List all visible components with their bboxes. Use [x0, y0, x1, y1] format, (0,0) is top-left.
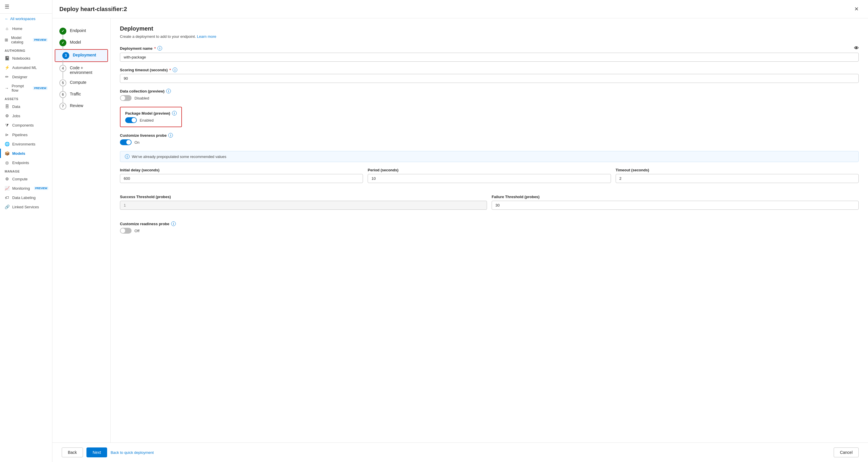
deployment-name-eye-icon[interactable]: 👁 [854, 46, 859, 51]
deploy-panel: Deploy heart-classifier:2 ✕ ✓ Endpoint ✓… [52, 0, 868, 462]
wizard-step-review[interactable]: 7 Review [52, 100, 110, 112]
sidebar-top: ☰ [0, 0, 52, 14]
back-button[interactable]: Back [62, 448, 83, 457]
step-label-model: Model [70, 39, 81, 44]
panel-footer: Back Next Back to quick deployment Cance… [52, 442, 868, 462]
form-section-title: Deployment [120, 25, 859, 32]
panel-title: Deploy heart-classifier:2 [59, 6, 127, 12]
readiness-slider [120, 228, 131, 234]
endpoints-icon: ◎ [5, 160, 9, 165]
sidebar-item-notebooks[interactable]: 📓 Notebooks [0, 54, 52, 63]
wizard-step-deployment[interactable]: 3 Deployment [55, 50, 107, 61]
form-subtitle: Create a deployment to add to your endpo… [120, 34, 859, 39]
step-circle-deployment: 3 [62, 52, 69, 59]
deployment-name-required: * [154, 46, 156, 51]
deployment-name-input[interactable] [120, 53, 859, 62]
home-icon: ⌂ [5, 26, 9, 31]
scoring-timeout-info-icon[interactable]: i [173, 67, 177, 72]
close-button[interactable]: ✕ [852, 5, 861, 13]
sidebar-item-designer[interactable]: ✏ Designer [0, 72, 52, 81]
threshold-grid: Success Threshold (probes) Failure Thres… [120, 195, 859, 216]
deployment-name-label: Deployment name * i 👁 [120, 46, 859, 51]
readiness-probe-group: Customize readiness probe i Off [120, 221, 859, 234]
sidebar-item-compute[interactable]: ⚙ Compute [0, 174, 52, 184]
initial-delay-input[interactable] [120, 174, 363, 183]
hamburger-icon[interactable]: ☰ [5, 4, 9, 10]
wizard-step-endpoint[interactable]: ✓ Endpoint [52, 25, 110, 37]
readiness-info-icon[interactable]: i [171, 221, 176, 226]
sidebar-item-data[interactable]: 🗄 Data [0, 102, 52, 111]
jobs-icon: ⚙ [5, 113, 9, 118]
scoring-timeout-input[interactable] [120, 74, 859, 83]
sidebar-item-environments[interactable]: 🌐 Environments [0, 139, 52, 148]
timeout-input[interactable] [616, 174, 859, 183]
sidebar-item-pipelines[interactable]: ⊳ Pipelines [0, 130, 52, 139]
sidebar-item-data-labeling[interactable]: 🏷 Data Labeling [0, 193, 52, 202]
back-to-workspaces[interactable]: ← All workspaces [0, 14, 52, 24]
package-model-status: Enabled [140, 118, 154, 123]
info-banner: i We've already prepopulated some recomm… [120, 151, 859, 162]
readiness-toggle[interactable] [120, 228, 131, 234]
liveness-toggle[interactable] [120, 139, 131, 145]
data-collection-info-icon[interactable]: i [166, 89, 171, 93]
failure-threshold-input[interactable] [492, 201, 859, 210]
main-content: Deploy heart-classifier:2 ✕ ✓ Endpoint ✓… [52, 0, 868, 462]
cancel-button[interactable]: Cancel [834, 448, 859, 457]
deployment-name-group: Deployment name * i 👁 [120, 46, 859, 62]
sidebar-item-models[interactable]: 📦 Models [0, 148, 52, 158]
back-to-quick-deployment-link[interactable]: Back to quick deployment [111, 450, 154, 455]
sidebar-item-prompt-flow[interactable]: → Prompt flow preview [0, 81, 52, 95]
sidebar-item-automated-ml[interactable]: ⚡ Automated ML [0, 63, 52, 72]
learn-more-link[interactable]: Learn more [197, 34, 216, 39]
step-label-code-env: Code + environment [70, 65, 103, 75]
sidebar-item-linked-services[interactable]: 🔗 Linked Services [0, 202, 52, 211]
period-input[interactable] [368, 174, 611, 183]
wizard-step-traffic[interactable]: 6 Traffic [52, 89, 110, 100]
pipelines-icon: ⊳ [5, 132, 9, 137]
data-labeling-icon: 🏷 [5, 195, 9, 200]
info-banner-icon: i [125, 154, 129, 159]
failure-threshold-group: Failure Threshold (probes) [492, 195, 859, 210]
notebooks-icon: 📓 [5, 56, 9, 61]
timeout-label: Timeout (seconds) [616, 168, 859, 172]
package-model-info-icon[interactable]: i [172, 111, 177, 116]
step-circle-model: ✓ [59, 39, 66, 46]
step-label-deployment: Deployment [73, 52, 96, 57]
initial-delay-label: Initial delay (seconds) [120, 168, 363, 172]
liveness-probe-group: Customize liveness probe i On [120, 133, 859, 145]
step-connector-3-top [63, 60, 63, 65]
data-icon: 🗄 [5, 104, 9, 109]
step-label-review: Review [70, 103, 83, 108]
sidebar-item-jobs[interactable]: ⚙ Jobs [0, 111, 52, 121]
sidebar-item-monitoring[interactable]: 📈 Monitoring preview [0, 184, 52, 193]
models-icon: 📦 [5, 151, 9, 156]
success-threshold-label: Success Threshold (probes) [120, 195, 487, 199]
readiness-toggle-row: Off [120, 228, 859, 234]
wizard-step-model[interactable]: ✓ Model [52, 37, 110, 48]
wizard-nav: ✓ Endpoint ✓ Model 3 Deployment [52, 18, 111, 442]
next-button[interactable]: Next [87, 448, 107, 457]
package-model-toggle[interactable] [125, 117, 137, 123]
sidebar-item-home[interactable]: ⌂ Home [0, 24, 52, 33]
preview-badge-model-catalog: preview [33, 38, 48, 42]
components-icon: ⧩ [5, 123, 9, 128]
sidebar-item-components[interactable]: ⧩ Components [0, 121, 52, 130]
scoring-timeout-group: Scoring timeout (seconds) * i [120, 67, 859, 83]
success-threshold-input [120, 201, 487, 210]
data-collection-toggle[interactable] [120, 95, 131, 101]
back-arrow-icon: ← [5, 16, 8, 21]
step-circle-compute: 5 [59, 79, 66, 87]
package-model-label: Package Model (preview) i [125, 111, 177, 116]
deployment-name-info-icon[interactable]: i [157, 46, 162, 51]
step-label-endpoint: Endpoint [70, 28, 86, 33]
liveness-info-icon[interactable]: i [168, 133, 173, 138]
sidebar-item-endpoints[interactable]: ◎ Endpoints [0, 158, 52, 167]
liveness-toggle-row: On [120, 139, 859, 145]
wizard-step-code-environment[interactable]: 4 Code + environment [52, 63, 110, 77]
wizard-step-compute[interactable]: 5 Compute [52, 77, 110, 89]
sidebar-item-model-catalog[interactable]: ⊞ Model catalog preview [0, 33, 52, 46]
readiness-probe-label: Customize readiness probe i [120, 221, 859, 226]
linked-services-icon: 🔗 [5, 204, 9, 209]
liveness-slider [120, 139, 131, 145]
preview-badge-prompt-flow: preview [33, 87, 48, 90]
